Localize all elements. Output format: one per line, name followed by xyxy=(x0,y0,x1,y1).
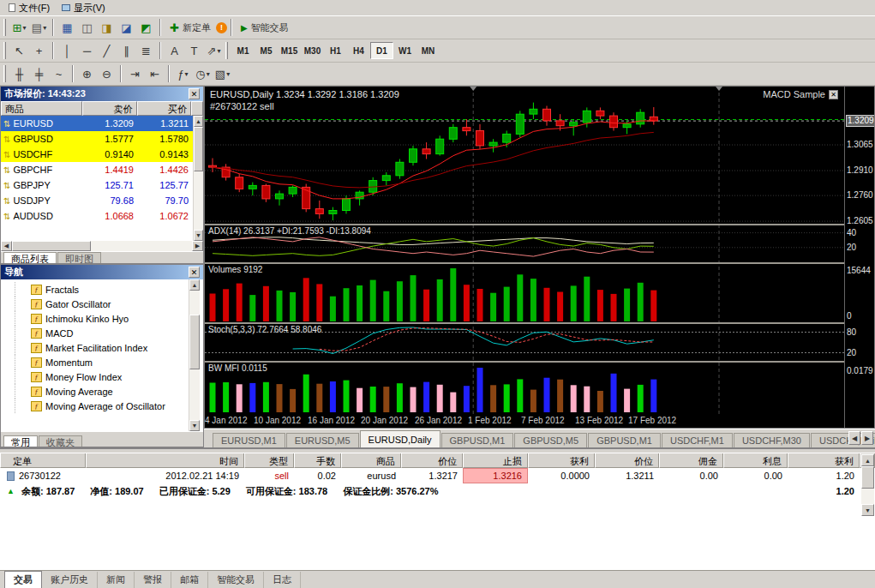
navigator-item[interactable]: ƒMoving Average xyxy=(15,384,189,399)
indicators-button[interactable]: ƒ▾ xyxy=(173,64,193,83)
chart-tab[interactable]: GBPUSD,M1 xyxy=(441,433,514,447)
profi les-button[interactable]: ▤▾ xyxy=(29,18,49,37)
terminal-tab[interactable]: 警报 xyxy=(135,572,171,588)
navigator-item[interactable]: ƒFractals xyxy=(15,282,189,297)
market-watch-hscrollbar[interactable]: ◀ ▶ xyxy=(1,241,203,251)
timeframe-h1-button[interactable]: H1 xyxy=(324,42,347,59)
navigator-item[interactable]: ƒIchimoku Kinko Hyo xyxy=(15,311,189,326)
navigator-toggle-button[interactable]: ◨ xyxy=(97,18,117,37)
market-watch-row[interactable]: ⇅GBPJPY125.71125.77 xyxy=(1,177,193,193)
chart-shift-button[interactable]: ⇤ xyxy=(145,64,165,83)
navigator-vscrollbar[interactable]: ▲ ▼ xyxy=(189,279,200,431)
navigator-item[interactable]: ƒGator Oscillator xyxy=(15,297,189,311)
close-icon[interactable]: ✕ xyxy=(189,267,200,278)
ea-close-icon[interactable]: ✕ xyxy=(829,90,838,99)
cursor-button[interactable]: ↖ xyxy=(9,41,29,60)
terminal-column-header[interactable]: 获利 xyxy=(528,453,595,468)
alert-icon[interactable]: ! xyxy=(216,22,227,33)
market-watch-row[interactable]: ⇅AUDUSD1.06681.0672 xyxy=(1,208,193,224)
scroll-down-icon[interactable]: ▼ xyxy=(194,230,203,241)
terminal-column-header[interactable]: 类型 xyxy=(244,453,294,468)
market-watch-row[interactable]: ⇅USDCHF0.91400.9143 xyxy=(1,147,193,162)
terminal-tab[interactable]: 账户历史 xyxy=(42,572,98,588)
scrollbar-thumb[interactable] xyxy=(189,315,200,369)
toolbar-grip[interactable] xyxy=(3,65,6,82)
fibonacci-retracement-button[interactable]: ≣ xyxy=(136,41,156,60)
navigator-item[interactable]: ƒMACD xyxy=(15,326,189,340)
market-watch-column-header[interactable]: 买价 xyxy=(137,101,191,116)
timeframe-m30-button[interactable]: M30 xyxy=(301,42,324,59)
menu-view[interactable]: 显示(V) xyxy=(56,1,111,15)
chart-tab[interactable]: EURUSD,Daily xyxy=(360,430,440,447)
text-button[interactable]: A xyxy=(165,41,184,60)
terminal-column-header[interactable]: 时间 xyxy=(86,453,244,468)
chart-tab[interactable]: GBPUSD,M1 xyxy=(588,433,661,447)
terminal-tab[interactable]: 日志 xyxy=(264,572,301,588)
market-watch-column-header[interactable]: 卖价 xyxy=(82,101,136,116)
market-watch-column-header[interactable]: 商品 xyxy=(1,101,82,116)
terminal-tab[interactable]: 新闻 xyxy=(98,572,135,588)
toolbar-grip[interactable] xyxy=(3,42,6,59)
tabs-scroll-right-icon[interactable]: ▶ xyxy=(861,431,873,445)
navigator-item[interactable]: ƒMoving Average of Oscillator xyxy=(15,399,189,413)
terminal-column-header[interactable]: 佣金 xyxy=(659,453,723,468)
order-row[interactable]: 267301222012.02.21 14:19sell0.02eurusd1.… xyxy=(0,468,875,483)
menu-file[interactable]: 文件(F) xyxy=(3,1,56,15)
navigator-item[interactable]: ƒMomentum xyxy=(15,355,189,369)
data-window-toggle-button[interactable]: ◫ xyxy=(77,18,97,37)
market-watch-tab[interactable]: 即时图 xyxy=(57,252,101,264)
chart-tab[interactable]: USDCHF,M30 xyxy=(734,433,810,447)
terminal-column-header[interactable]: 商品 xyxy=(341,453,401,468)
horizontal-line-button[interactable]: ─ xyxy=(77,41,97,60)
zoom-out-button[interactable]: ⊖ xyxy=(97,64,117,83)
close-icon[interactable]: ✕ xyxy=(189,88,200,99)
market-watch-tab[interactable]: 商品列表 xyxy=(3,252,57,264)
terminal-toggle-button[interactable]: ◪ xyxy=(117,18,136,37)
chart-tab[interactable]: GBPUSD,M5 xyxy=(514,433,587,447)
scroll-up-icon[interactable]: ▲ xyxy=(189,279,200,291)
crosshair-button[interactable]: + xyxy=(29,41,49,60)
tabs-scroll-left-icon[interactable]: ◀ xyxy=(848,431,860,445)
navigator-item[interactable]: ƒMarket Facilitation Index xyxy=(15,340,189,355)
arrow-objects-button[interactable]: ⇗▾ xyxy=(204,41,224,60)
scrollbar-thumb[interactable] xyxy=(861,466,874,489)
new-chart-button[interactable]: ⊞▾ xyxy=(9,18,29,37)
chart-tab[interactable]: USDCHF,M1 xyxy=(662,433,733,447)
price-chart[interactable] xyxy=(205,87,844,414)
terminal-column-header[interactable]: 价位 xyxy=(401,453,463,468)
templates-button[interactable]: ▧▾ xyxy=(213,64,232,83)
candlestick-chart-button[interactable]: ╪ xyxy=(29,64,49,83)
navigator-tab[interactable]: 常用 xyxy=(3,435,38,447)
market-watch-row[interactable]: ⇅GBPUSD1.57771.5780 xyxy=(1,131,193,147)
market-watch-titlebar[interactable]: 市场报价: 14:43:23 ✕ xyxy=(1,87,203,101)
new-order-button[interactable]: ✚ 新定单 xyxy=(165,18,216,37)
terminal-vscrollbar[interactable]: ▲ ▼ xyxy=(861,454,874,516)
vertical-line-button[interactable]: │ xyxy=(57,41,77,60)
toolbar-grip[interactable] xyxy=(3,19,6,36)
line-chart-button[interactable]: ~ xyxy=(49,64,69,83)
terminal-column-header[interactable]: 获利 xyxy=(788,453,860,468)
scroll-up-icon[interactable]: ▲ xyxy=(861,454,874,466)
scrollbar-thumb[interactable] xyxy=(12,241,91,251)
chart-tab[interactable]: EURUSD,M5 xyxy=(286,433,359,447)
terminal-column-header[interactable]: 定单 xyxy=(0,453,86,468)
scroll-right-icon[interactable]: ▶ xyxy=(192,241,203,251)
market-watch-row[interactable]: ⇅GBPCHF1.44191.4426 xyxy=(1,162,193,177)
timeframe-mn-button[interactable]: MN xyxy=(417,42,440,59)
navigator-item[interactable]: ƒMoney Flow Index xyxy=(15,369,189,384)
equidistant-channel-button[interactable]: ∥ xyxy=(117,41,136,60)
toolbar-grip[interactable] xyxy=(225,42,228,59)
date-axis[interactable]: 4 Jan 201210 Jan 201216 Jan 201220 Jan 2… xyxy=(205,414,844,428)
chart-tab[interactable]: EURUSD,M1 xyxy=(213,433,285,447)
timeframe-w1-button[interactable]: W1 xyxy=(393,42,417,59)
bar-chart-button[interactable]: ╫ xyxy=(9,64,29,83)
price-scale[interactable]: 1.30651.29101.27601.26051.32094020156440… xyxy=(844,87,874,428)
strategy-tester-toggle-button[interactable]: ◩ xyxy=(136,18,156,37)
scrollbar-thumb[interactable] xyxy=(194,127,203,171)
scroll-down-icon[interactable]: ▼ xyxy=(861,504,874,516)
market-watch-row[interactable]: ⇅EURUSD1.32091.3211 xyxy=(1,116,193,131)
navigator-titlebar[interactable]: 导航 ✕ xyxy=(1,265,203,279)
terminal-tab[interactable]: 邮箱 xyxy=(171,572,208,588)
auto-scroll-button[interactable]: ⇥ xyxy=(125,64,145,83)
terminal-column-header[interactable]: 利息 xyxy=(723,453,788,468)
